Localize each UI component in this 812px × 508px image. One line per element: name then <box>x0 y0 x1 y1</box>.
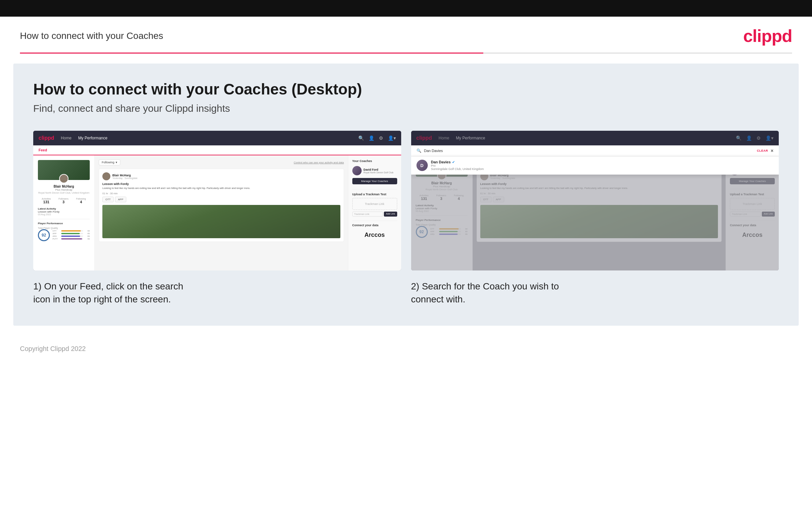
verified-badge: ✔ <box>452 160 455 164</box>
clippd-logo: clippd <box>743 26 792 46</box>
result-club: Sunningdale Golf Club, United Kingdom <box>431 167 484 171</box>
post-body: Looking to feel like my hands are exitin… <box>102 186 340 190</box>
connect-section: Connect your data Arccos <box>352 220 397 241</box>
user-menu-icon[interactable]: 👤▾ <box>388 135 396 141</box>
search-result[interactable]: D Dan Davies ✔ Pro Sunningdale Golf Club… <box>411 156 779 175</box>
user-club: Royal North Devon Golf Club, United King… <box>38 191 90 194</box>
coach-club: Royal North Devon Golf Club <box>364 171 393 174</box>
bar-val-arg: 86 <box>85 235 90 237</box>
post-duration: 01 hr : 30 min <box>102 192 340 195</box>
bar-val-putt: 96 <box>85 238 90 240</box>
search-overlay: 🔍 Dan Davies CLEAR × D Dan Davies ✔ Pro <box>411 145 779 175</box>
trackman-input[interactable]: Trackman Link <box>352 212 383 217</box>
result-avatar: D <box>417 160 428 171</box>
arccos-logo: Arccos <box>352 229 397 241</box>
main-subheading: Find, connect and share your Clippd insi… <box>33 103 779 114</box>
bar-label-ott: OTT <box>52 230 60 232</box>
following-value: 4 <box>76 200 86 204</box>
bar-val-app: 85 <box>85 232 90 235</box>
result-role: Pro <box>431 164 484 167</box>
coach-name: David Ford <box>364 168 393 171</box>
activities-label: Activities <box>42 198 51 200</box>
following-label: Following <box>76 198 86 200</box>
mid-panel-1: Following ▾ Control who can see your act… <box>95 155 348 270</box>
screenshot-2-col: clippd Home My Performance 🔍 👤 ⚙ 👤▾ 🔍 Da… <box>411 131 779 306</box>
main-heading: How to connect with your Coaches (Deskto… <box>33 80 779 98</box>
app-nav-my-performance[interactable]: My Performance <box>78 136 107 140</box>
header: How to connect with your Coaches clippd <box>0 17 812 52</box>
upload-section: Upload a Trackman Test Trackman Link Tra… <box>352 189 397 217</box>
bar-val-ott: 90 <box>85 230 90 232</box>
coaches-title: Your Coaches <box>352 159 397 163</box>
following-label: Following <box>102 161 114 164</box>
page-title: How to connect with your Coaches <box>20 31 163 41</box>
tpq-circle: 92 <box>38 229 50 241</box>
settings-icon-2: ⚙ <box>757 135 761 141</box>
app-nav-logo: clippd <box>39 135 54 141</box>
user-stats: Activities 131 Followers 3 Following 4 <box>38 198 90 204</box>
search-bar: 🔍 Dan Davies CLEAR × <box>411 145 779 156</box>
latest-activity-label: Latest Activity <box>38 207 90 210</box>
screenshot-1-frame: clippd Home My Performance 🔍 👤 ⚙ 👤▾ Feed <box>33 131 401 270</box>
app-body-1: Blair McHarg Plus Handicap Royal North D… <box>33 155 401 270</box>
copyright-text: Copyright Clippd 2022 <box>20 345 86 352</box>
post-image <box>102 205 340 238</box>
app-nav-1: clippd Home My Performance 🔍 👤 ⚙ 👤▾ <box>33 131 401 145</box>
app-nav-2: clippd Home My Performance 🔍 👤 ⚙ 👤▾ <box>411 131 779 145</box>
control-link[interactable]: Control who can see your activity and da… <box>294 161 344 164</box>
screenshots-row: clippd Home My Performance 🔍 👤 ⚙ 👤▾ Feed <box>33 131 779 306</box>
profile-icon[interactable]: 👤 <box>369 135 374 141</box>
step-2-label: 2) Search for the Coach you wish to conn… <box>411 280 779 306</box>
activity-date: 03 Aug 2022 <box>38 213 90 216</box>
activities-value: 131 <box>42 200 51 204</box>
upload-title: Upload a Trackman Test <box>352 193 397 196</box>
trackman-placeholder: Trackman Link <box>352 198 397 210</box>
chevron-down-icon: ▾ <box>116 161 117 164</box>
post-title: Lesson with Fordy <box>102 182 340 186</box>
app-nav-icons: 🔍 👤 ⚙ 👤▾ <box>358 135 396 141</box>
step-1-label: 1) On your Feed, click on the search ico… <box>33 280 401 306</box>
post-card: Blair McHarg Yesterday · Sunningdale Les… <box>99 169 344 242</box>
top-bar <box>0 0 812 17</box>
close-button[interactable]: × <box>771 148 773 153</box>
tpq-bars: OTT 90 APP 85 <box>52 230 90 241</box>
user-cover <box>38 160 90 180</box>
performance-title: Player Performance <box>38 222 90 225</box>
header-divider <box>20 52 792 53</box>
post-user-sub: Yesterday · Sunningdale <box>112 177 138 179</box>
app-nav-home[interactable]: Home <box>61 136 71 140</box>
left-panel-1: Blair McHarg Plus Handicap Royal North D… <box>33 155 95 270</box>
user-menu-icon-2: 👤▾ <box>765 135 773 141</box>
main-content: How to connect with your Coaches (Deskto… <box>13 64 799 326</box>
clear-button[interactable]: CLEAR <box>757 149 768 153</box>
add-link-button[interactable]: Add Link <box>384 212 397 217</box>
result-name-text: Dan Davies <box>431 160 451 164</box>
bar-label-arg: ARG <box>52 235 60 237</box>
tpq-label: Total Player Quality <box>38 227 90 229</box>
feed-tab[interactable]: Feed <box>39 145 47 155</box>
post-btn-ott[interactable]: OTT <box>102 197 114 202</box>
settings-icon[interactable]: ⚙ <box>379 135 383 141</box>
connect-title: Connect your data <box>352 223 397 227</box>
avatar <box>59 174 68 183</box>
coach-avatar <box>352 166 362 175</box>
activity-name: Lesson with Fordy <box>38 210 90 213</box>
performance-section: Player Performance Total Player Quality … <box>38 219 90 241</box>
post-avatar <box>102 172 110 180</box>
user-handicap: Plus Handicap <box>38 188 90 191</box>
screenshot-2-frame: clippd Home My Performance 🔍 👤 ⚙ 👤▾ 🔍 Da… <box>411 131 779 270</box>
search-icon-2: 🔍 <box>736 135 742 141</box>
search-icon[interactable]: 🔍 <box>358 135 364 141</box>
manage-coaches-button[interactable]: Manage Your Coaches <box>352 178 397 184</box>
post-btn-app[interactable]: APP <box>115 197 126 202</box>
followers-label: Followers <box>58 198 68 200</box>
app-nav-logo-2: clippd <box>417 135 432 141</box>
profile-icon-2: 👤 <box>746 135 752 141</box>
following-button[interactable]: Following ▾ <box>99 159 120 165</box>
followers-value: 3 <box>58 200 68 204</box>
search-icon-overlay: 🔍 <box>417 149 422 153</box>
search-input-display[interactable]: Dan Davies <box>424 149 755 153</box>
screenshot-1-col: clippd Home My Performance 🔍 👤 ⚙ 👤▾ Feed <box>33 131 401 306</box>
app-nav-home-2: Home <box>439 136 449 140</box>
app-nav-perf-2: My Performance <box>456 136 485 140</box>
